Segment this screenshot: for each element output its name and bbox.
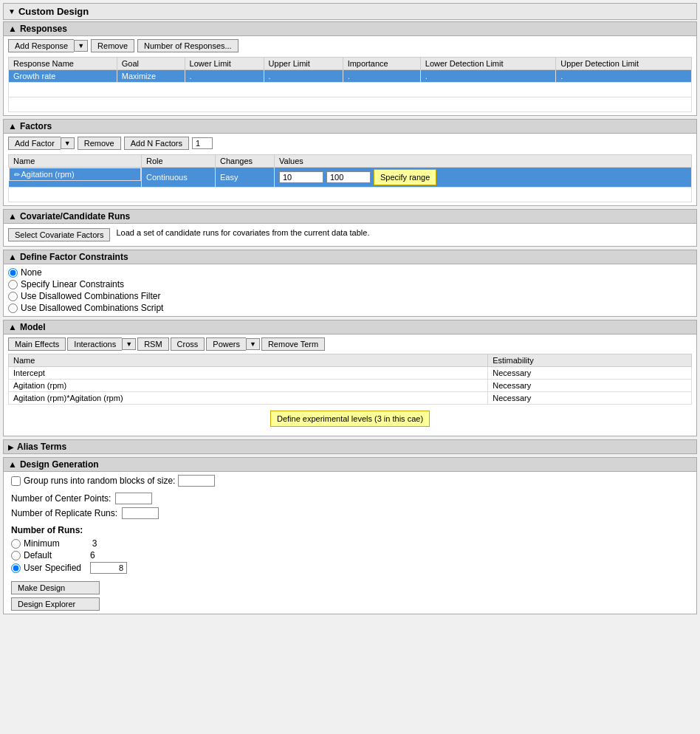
col-values: Values [275,155,692,168]
col-changes: Changes [216,155,275,168]
alias-triangle: ▶ [8,443,14,451]
cross-button[interactable]: Cross [171,337,205,351]
add-factor-arrow[interactable]: ▼ [61,137,75,149]
col-role: Role [142,155,216,168]
cell-upper-detection: . [556,70,692,83]
runs-minimum[interactable]: Minimum 3 [11,538,689,549]
runs-user-specified-input[interactable] [90,562,127,574]
replicate-runs-row: Number of Replicate Runs: 0 [11,507,689,519]
table-row[interactable]: Agitation (rpm) Necessary [9,380,692,392]
dfc-radio-group: None Specify Linear Constraints Use Disa… [4,264,696,316]
model-title: Model [20,322,46,332]
number-of-responses-button[interactable]: Number of Responses... [137,39,239,52]
col-lower-limit: Lower Limit [185,58,264,70]
col-upper-detection: Upper Detection Limit [556,58,692,70]
table-row[interactable]: Intercept Necessary [9,367,692,380]
model-table: Name Estimability Intercept Necessary Ag… [8,354,692,405]
dg-title: Design Generation [20,459,99,470]
dfc-title: Define Factor Constraints [20,252,128,262]
remove-factor-button[interactable]: Remove [78,137,121,150]
runs-user-specified[interactable]: User Specified [11,562,689,574]
covariate-body: Select Covariate Factors Load a set of c… [4,224,696,246]
dfc-option-none[interactable]: None [8,267,692,278]
add-response-arrow[interactable]: ▼ [74,40,88,52]
select-covariate-factors-button[interactable]: Select Covariate Factors [8,228,110,241]
interactions-button[interactable]: Interactions [67,337,122,351]
responses-triangle[interactable]: ▲ [8,24,17,34]
replicate-runs-label: Number of Replicate Runs: [11,508,117,518]
dfc-triangle[interactable]: ▲ [8,252,17,262]
factor-value1-input[interactable] [279,171,323,183]
table-row[interactable]: Growth rate Maximize . . . . . [9,70,692,83]
runs-radio-default[interactable] [11,551,21,560]
specify-range-tooltip[interactable]: Specify range [374,169,436,185]
cell-values: Specify range [275,168,692,188]
group-runs-checkbox[interactable] [11,476,21,486]
add-factor-button[interactable]: Add Factor [8,137,61,150]
cell-importance: . [343,70,420,83]
model-table-header: Name Estimability [9,354,692,367]
powers-arrow[interactable]: ▼ [246,338,260,350]
add-factor-dropdown: Add Factor ▼ [8,137,75,150]
runs-radio-minimum[interactable] [11,539,21,549]
replicate-runs-input[interactable]: 0 [122,507,159,519]
factor-value2-input[interactable] [326,171,371,183]
dfc-option-filter[interactable]: Use Disallowed Combinations Filter [8,291,692,301]
dfc-radio-none[interactable] [8,268,18,278]
cell-model-name: Intercept [9,367,488,380]
dfc-option-linear[interactable]: Specify Linear Constraints [8,279,692,289]
model-triangle[interactable]: ▲ [8,322,17,332]
dfc-radio-filter[interactable] [8,292,18,301]
model-tooltip: Define experimental levels (3 in this ca… [270,411,430,427]
responses-section: ▲ Responses Add Response ▼ Remove Number… [3,21,697,116]
model-table-container: Name Estimability Intercept Necessary Ag… [4,354,696,436]
design-explorer-button[interactable]: Design Explorer [11,597,100,611]
alias-terms-section[interactable]: ▶ Alias Terms [3,439,697,454]
make-design-button[interactable]: Make Design [11,581,100,594]
cell-estimability: Necessary [488,367,692,380]
table-row[interactable]: Agitation (rpm)*Agitation (rpm) Necessar… [9,392,692,405]
center-points-input[interactable]: 0 [115,493,152,504]
dfc-radio-script[interactable] [8,303,18,313]
runs-radio-user-specified[interactable] [11,563,21,573]
define-factor-constraints-header: ▲ Define Factor Constraints [4,250,696,264]
design-generation-section: ▲ Design Generation Group runs into rand… [3,457,697,614]
add-n-factors-button[interactable]: Add N Factors [124,137,189,150]
top-triangle[interactable]: ▼ [8,7,16,16]
dfc-label-linear: Specify Linear Constraints [21,279,124,289]
remove-term-button[interactable]: Remove Term [261,337,325,351]
add-response-button[interactable]: Add Response [8,39,74,52]
n-factors-input[interactable] [192,137,213,149]
responses-toolbar: Add Response ▼ Remove Number of Response… [8,39,692,52]
group-runs-row: Group runs into random blocks of size: 2 [11,475,689,487]
factors-triangle[interactable]: ▲ [8,121,17,131]
block-size-input[interactable]: 2 [178,475,215,487]
model-toolbar: Main Effects Interactions ▼ RSM Cross Po… [4,335,696,354]
center-points-row: Number of Center Points: 0 [11,493,689,504]
dg-triangle[interactable]: ▲ [8,459,17,470]
table-row[interactable]: ✏ Agitation (rpm) Continuous Easy Specif… [9,168,692,188]
factors-header: ▲ Factors [4,120,696,134]
runs-value-default: 6 [90,550,95,560]
cell-factor-name: ✏ Agitation (rpm) [9,168,142,181]
remove-response-button[interactable]: Remove [91,39,134,52]
cell-lower-limit: . [185,70,264,83]
rsm-button[interactable]: RSM [137,337,168,351]
col-response-name: Response Name [9,58,117,70]
group-runs-label: Group runs into random blocks of size: [24,476,175,486]
covariate-triangle[interactable]: ▲ [8,211,17,222]
factors-body: Add Factor ▼ Remove Add N Factors Name R… [4,134,696,205]
factors-toolbar: Add Factor ▼ Remove Add N Factors [8,137,692,150]
responses-table-header: Response Name Goal Lower Limit Upper Lim… [9,58,692,70]
interactions-arrow[interactable]: ▼ [122,338,136,350]
runs-default[interactable]: Default 6 [11,550,689,560]
covariate-section: ▲ Covariate/Candidate Runs Select Covari… [3,209,697,247]
powers-dropdown: Powers ▼ [206,337,260,351]
dfc-option-script[interactable]: Use Disallowed Combinations Script [8,303,692,313]
factors-table: Name Role Changes Values ✏ Agitation (rp… [8,154,692,202]
number-of-runs-label: Number of Runs: [11,525,689,535]
dfc-radio-linear[interactable] [8,280,18,289]
dfc-label-none: None [21,267,42,278]
main-effects-button[interactable]: Main Effects [8,337,66,351]
powers-button[interactable]: Powers [206,337,246,351]
